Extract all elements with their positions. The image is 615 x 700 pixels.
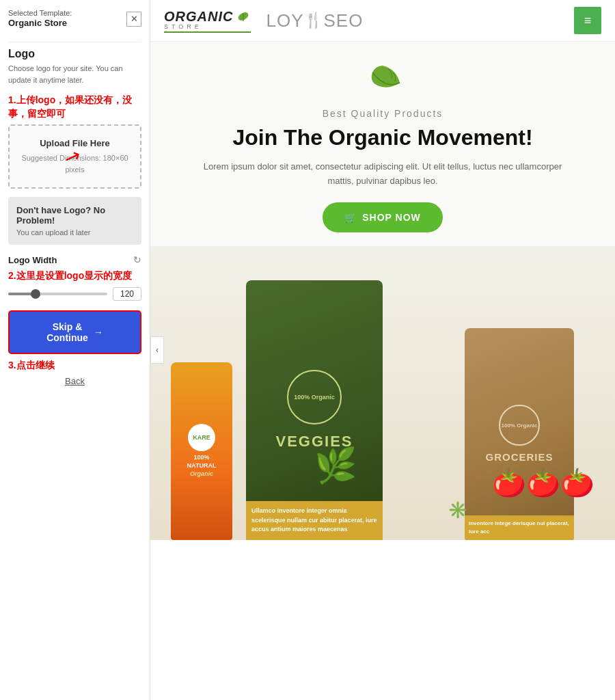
store-header: ORGANIC STORE LOY 🍴 SEO ≡ [150,0,615,42]
organic-text: ORGANIC [164,9,233,25]
tomato-decoration: 🍅🍅🍅 [492,467,594,499]
product-showcase: KARE 100%NATURALOrganic 100% Organic VEG… [150,246,615,540]
groceries-desc-box: inventore intege derisque nul placerat, … [465,515,574,540]
spice-decoration: ✳️ [448,500,468,520]
skip-continue-button[interactable]: Skip &Continue → [8,310,141,354]
cart-icon: 🛒 [344,212,357,223]
hero-subtitle: Best Quality Products [178,108,588,119]
no-logo-desc: You can upload it later [16,228,133,237]
veggies-badge: 100% Organic [287,370,342,425]
upload-box[interactable]: Upload File Here Suggested Dimensions: 1… [8,124,141,189]
divider [8,42,141,42]
no-logo-title: Don't have Logo? No Problem! [16,205,133,226]
veggies-product: 100% Organic VEGGIES Ullamco inventore i… [246,280,383,540]
hamburger-icon: ≡ [584,14,592,28]
groceries-product: 100% Organic GROCERIES inventore intege … [465,328,574,540]
annotation-2: 2.这里是设置logo显示的宽度 [8,269,141,283]
leaf-icon [236,9,251,24]
hero-title: Join The Organic Movement! [178,124,588,150]
hero-leaf-decoration [178,62,588,103]
groceries-badge: 100% Organic [499,405,540,446]
selected-template-label: Selected Template: Organic Store [8,8,72,29]
groceries-desc: inventore intege derisque nul placerat, … [469,520,569,535]
close-button[interactable]: ✕ [126,12,141,27]
herb-decoration: 🌿 [314,446,357,485]
template-name: Organic Store [8,18,72,29]
shop-now-label: SHOP NOW [362,212,421,223]
right-panel: ORGANIC STORE LOY 🍴 SEO ≡ [150,0,615,700]
left-panel: Selected Template: Organic Store ✕ Logo … [0,0,150,700]
no-logo-box: Don't have Logo? No Problem! You can upl… [8,197,141,245]
seo-text: SEO [323,10,363,31]
store-text: STORE [164,23,202,30]
annotation-3: 3.点击继续 [8,360,141,372]
back-link[interactable]: Back [8,376,141,386]
shop-now-button[interactable]: 🛒 SHOP NOW [323,202,443,232]
logo-width-section: Logo Width ↻ 2.这里是设置logo显示的宽度 120 [8,254,141,301]
logo-width-slider[interactable] [8,293,107,295]
logo-section-title: Logo [8,48,141,60]
hero-description: Lorem ipsum dolor sit amet, consectetur … [195,160,571,189]
store-logo-area: ORGANIC STORE LOY 🍴 SEO [164,9,363,33]
veggies-badge-text: 100% Organic [294,394,335,401]
logo-width-label: Logo Width [8,255,57,265]
veggies-desc-box: Ullamco inventore integer omnia sceleris… [246,501,383,540]
juice-product: KARE 100%NATURALOrganic [171,362,232,540]
slider-row: 120 [8,287,141,301]
logo-width-header: Logo Width ↻ [8,254,141,265]
annotation-1: 1.上传logo，如果还没有，没事，留空即可 [8,94,141,120]
groceries-badge-text: 100% Organic [502,422,538,429]
refresh-icon[interactable]: ↻ [133,254,141,265]
loyseo-icon: 🍴 [304,12,323,29]
veggies-desc: Ullamco inventore integer omnia sceleris… [251,507,377,533]
skip-continue-label: Skip &Continue [46,321,88,343]
groceries-name: GROCERIES [485,451,553,463]
logo-width-input[interactable]: 120 [113,287,141,301]
loyseo-logo: LOY 🍴 SEO [266,10,363,31]
selected-template-bar: Selected Template: Organic Store ✕ [8,8,141,29]
hero-section: Best Quality Products Join The Organic M… [150,42,615,246]
hamburger-button[interactable]: ≡ [574,7,601,34]
loy-text: LOY [266,10,303,31]
collapse-toggle[interactable]: ‹ [150,336,164,364]
logo-section-desc: Choose logo for your site. You can updat… [8,63,141,85]
arrow-right-icon: → [94,327,103,338]
selected-template-text: Selected Template: [8,9,72,17]
